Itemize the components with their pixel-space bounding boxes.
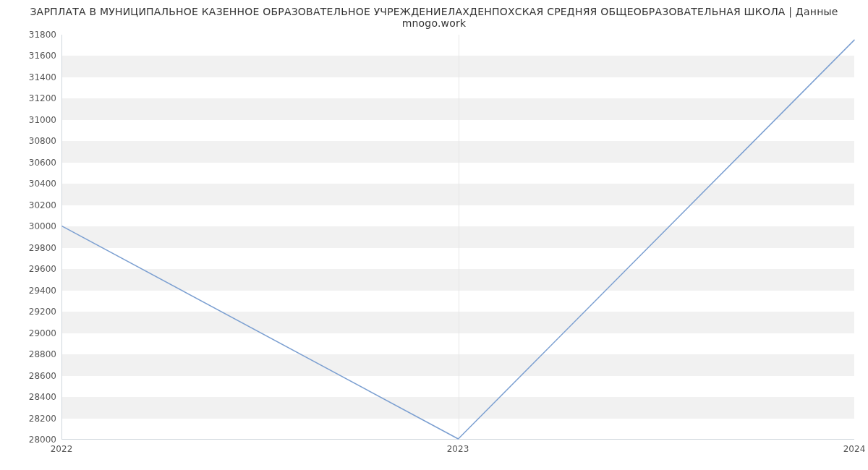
y-tick-label: 31200	[0, 93, 56, 103]
y-axis-labels: 2800028200284002860028800290002920029400…	[0, 35, 56, 440]
y-tick-label: 29200	[0, 307, 56, 317]
line-layer	[62, 35, 854, 439]
y-tick-label: 29400	[0, 286, 56, 296]
y-tick-label: 30800	[0, 136, 56, 146]
series-line	[62, 40, 854, 439]
y-tick-label: 29800	[0, 243, 56, 253]
y-tick-label: 30400	[0, 179, 56, 189]
plot-area	[61, 35, 854, 440]
y-tick-label: 30000	[0, 221, 56, 231]
chart-title: ЗАРПЛАТА В МУНИЦИПАЛЬНОЕ КАЗЕННОЕ ОБРАЗО…	[0, 6, 868, 29]
x-axis-labels: 202220232024	[61, 444, 854, 458]
y-tick-label: 30600	[0, 158, 56, 168]
y-tick-label: 31000	[0, 115, 56, 125]
y-tick-label: 28000	[0, 435, 56, 445]
x-tick-label: 2022	[51, 444, 73, 454]
y-tick-label: 28800	[0, 349, 56, 359]
y-tick-label: 29600	[0, 264, 56, 274]
y-tick-label: 31600	[0, 51, 56, 61]
y-tick-label: 28200	[0, 414, 56, 424]
y-tick-label: 31800	[0, 30, 56, 40]
y-tick-label: 30200	[0, 200, 56, 210]
y-tick-label: 28600	[0, 371, 56, 381]
salary-line-chart: ЗАРПЛАТА В МУНИЦИПАЛЬНОЕ КАЗЕННОЕ ОБРАЗО…	[0, 0, 868, 470]
y-tick-label: 29000	[0, 328, 56, 338]
x-tick-label: 2023	[447, 444, 469, 454]
y-tick-label: 28400	[0, 392, 56, 402]
y-tick-label: 31400	[0, 72, 56, 82]
x-tick-label: 2024	[843, 444, 866, 454]
